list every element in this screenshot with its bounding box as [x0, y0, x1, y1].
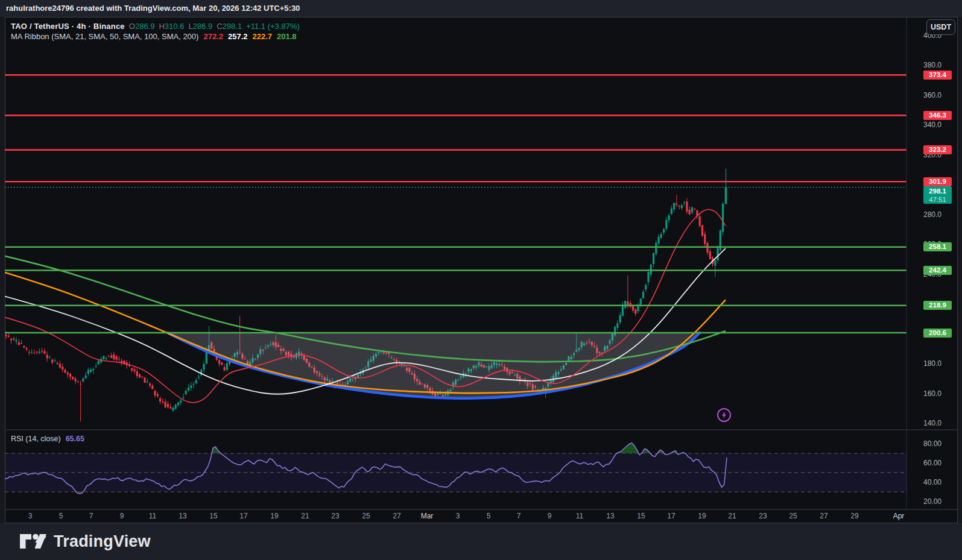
rsi-tick: 40.00: [910, 478, 955, 486]
ohlc-value: 298.1: [223, 22, 242, 31]
time-tick: 11: [568, 512, 592, 520]
ma-value: 272.2: [203, 32, 223, 41]
time-tick: 3: [446, 512, 470, 520]
ohlc-letter: H: [159, 22, 164, 31]
ohlc-values: O286.9H310.6L286.9C298.1: [125, 22, 242, 31]
tradingview-logo[interactable]: TradingView: [19, 531, 151, 552]
price-tick: 340.0: [910, 121, 955, 129]
time-tick: 17: [232, 512, 256, 520]
ma-value: 201.8: [277, 32, 297, 41]
ohlc-letter: C: [217, 22, 222, 31]
ma-value: 222.7: [253, 32, 273, 41]
brand-text: TradingView: [54, 532, 151, 551]
time-tick: 7: [507, 512, 531, 520]
ohlc-value: 310.6: [165, 22, 185, 31]
time-tick: 27: [812, 512, 836, 520]
time-tick: 25: [781, 512, 805, 520]
candle-countdown: 47:51: [923, 195, 952, 204]
rsi-tick: 20.00: [910, 497, 955, 506]
ohlc-letter: L: [188, 22, 192, 31]
lightning-icon[interactable]: [717, 407, 732, 423]
time-tick: 9: [537, 512, 562, 520]
price-tick: 360.0: [910, 91, 955, 99]
current-price-value: 298.1: [923, 187, 952, 195]
price-tick: 280.0: [910, 210, 955, 219]
time-tick: Apr: [887, 512, 911, 520]
rsi-legend: RSI (14, close)65.65: [11, 435, 84, 443]
tradingview-glyph-icon: [19, 531, 47, 552]
price-tick: 180.0: [910, 359, 955, 368]
time-tick: 21: [293, 512, 317, 520]
time-tick: 19: [690, 512, 714, 520]
resistance-price-label: 301.9: [923, 177, 952, 186]
time-tick: 21: [720, 512, 744, 520]
time-tick: 23: [323, 512, 347, 520]
price-tick: 140.0: [910, 419, 955, 427]
symbol-row: TAO / TetherUS · 4h · BinanceO286.9H310.…: [11, 21, 300, 31]
time-tick: 9: [110, 512, 134, 520]
support-price-label: 242.4: [923, 266, 952, 275]
chart-widget[interactable]: [5, 17, 958, 523]
rsi-tick: 80.00: [910, 439, 955, 448]
symbol-legend: TAO / TetherUS · 4h · BinanceO286.9H310.…: [11, 21, 300, 42]
rsi-title[interactable]: RSI (14, close): [11, 435, 61, 443]
time-tick: 23: [751, 512, 775, 520]
time-tick: 15: [201, 512, 226, 520]
indicator-row: MA Ribbon (SMA, 21, SMA, 50, SMA, 100, S…: [11, 31, 300, 42]
time-tick: 27: [385, 512, 409, 520]
symbol-title[interactable]: TAO / TetherUS · 4h · Binance: [11, 22, 125, 31]
resistance-price-label: 346.3: [923, 111, 952, 120]
price-tick: 380.0: [910, 61, 955, 69]
ohlc-value: 286.9: [135, 22, 155, 31]
time-tick: 25: [354, 512, 378, 520]
support-price-label: 218.9: [923, 301, 952, 310]
resistance-price-label: 373.4: [923, 71, 952, 80]
price-tick: 160.0: [910, 389, 955, 398]
ma-ribbon-values: 272.2257.2222.7201.8: [198, 32, 296, 41]
resistance-price-label: 323.2: [923, 145, 952, 154]
lightning-bolt-glyph: [717, 407, 732, 423]
time-tick: 29: [843, 512, 867, 520]
time-tick: 15: [629, 512, 653, 520]
time-tick: 7: [79, 512, 103, 520]
footer-bar: TradingView: [0, 523, 962, 560]
attribution-text: rahulrathore24796 created with TradingVi…: [6, 4, 300, 13]
attribution-bar: rahulrathore24796 created with TradingVi…: [0, 0, 962, 17]
rsi-tick: 60.00: [910, 459, 955, 467]
support-price-label: 258.1: [923, 242, 952, 251]
indicator-title[interactable]: MA Ribbon (SMA, 21, SMA, 50, SMA, 100, S…: [11, 32, 198, 41]
time-tick: 11: [141, 512, 165, 520]
time-tick: 5: [49, 512, 73, 520]
time-tick: 13: [598, 512, 622, 520]
ohlc-value: 286.9: [193, 22, 213, 31]
time-tick: 3: [18, 512, 42, 520]
time-tick: 5: [476, 512, 501, 520]
tradingview-screenshot: rahulrathore24796 created with TradingVi…: [0, 0, 962, 560]
time-tick: 13: [171, 512, 195, 520]
current-price-label: 298.147:51: [923, 186, 952, 204]
time-tick: 19: [262, 512, 286, 520]
change-value: +11.1 (+3.87%): [246, 22, 300, 31]
currency-toggle-button[interactable]: USDT: [926, 19, 955, 35]
ma-value: 257.2: [228, 32, 248, 41]
rsi-value: 65.65: [66, 435, 84, 443]
support-price-label: 200.6: [923, 329, 952, 338]
time-tick: 17: [659, 512, 683, 520]
ohlc-letter: O: [129, 22, 135, 31]
time-tick: Mar: [415, 512, 439, 520]
